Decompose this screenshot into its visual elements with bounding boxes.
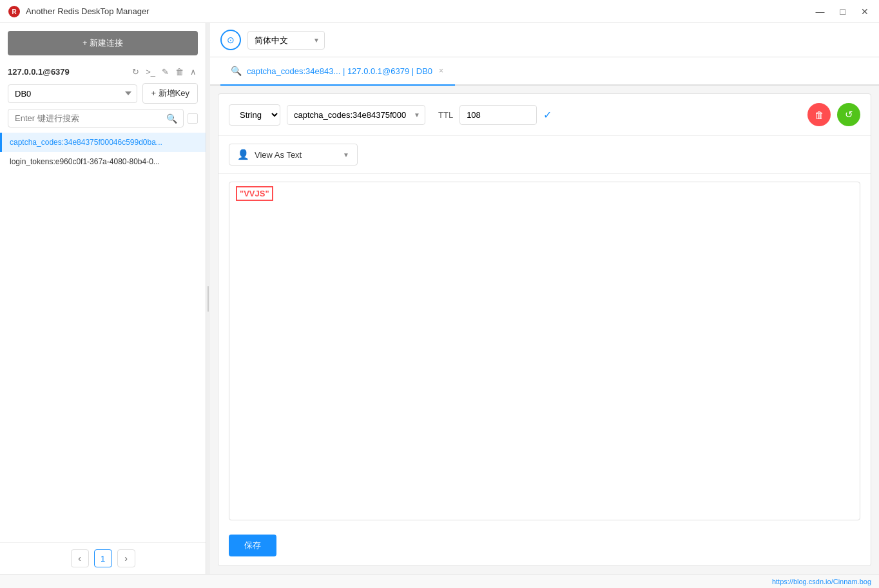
lang-circle-button[interactable]: ⊙ [220,30,241,50]
search-row: 🔍 [0,109,206,133]
next-page-button[interactable]: › [117,549,135,567]
db-select[interactable]: DB0 DB1 DB2 [8,84,137,103]
tab-bar: 🔍 captcha_codes:34e843... | 127.0.0.1@63… [210,57,879,86]
key-name-select[interactable]: captcha_codes:34e84375f000 [287,105,425,125]
view-as-chevron-icon: ▼ [343,151,349,158]
pagination: ‹ 1 › [0,542,206,574]
tab-label: captcha_codes:34e843... | 127.0.0.1@6379… [247,66,432,76]
value-display: "VVJS" [229,182,860,205]
type-select-wrap: String Hash List Set [229,104,280,126]
connection-header: 127.0.0.1@6379 ↻ >_ ✎ 🗑 ∧ [0,63,206,83]
save-row: 保存 [218,528,871,565]
content-area: ⊙ 简体中文 English 繁體中文 ▼ 🔍 captcha_codes:34… [210,23,879,574]
value-container: "VVJS" [229,182,860,520]
current-page: 1 [94,549,112,567]
new-connection-button[interactable]: + 新建连接 [8,31,198,55]
collapse-button[interactable]: ∧ [189,66,198,78]
view-as-icon: 👤 [237,149,249,160]
view-as-select[interactable]: 👤 View As Text ▼ [229,144,358,166]
reload-connection-button[interactable]: ↻ [131,66,140,78]
list-item[interactable]: login_tokens:e960c0f1-367a-4080-80b4-0..… [0,152,206,171]
titlebar-left: R Another Redis DeskTop Manager [8,5,150,18]
ttl-label: TTL [438,110,453,120]
ttl-confirm-button[interactable]: ✓ [543,109,552,121]
search-icon: 🔍 [166,113,177,124]
titlebar-controls: — □ ✕ [813,5,871,19]
statusbar: https://blog.csdn.io/Cinnam.bog [0,574,879,588]
view-row: 👤 View As Text ▼ [218,136,871,174]
tab-close-button[interactable]: × [438,65,445,77]
view-as-label: View As Text [255,150,338,160]
tab-search-icon: 🔍 [231,66,242,76]
ttl-input[interactable] [459,105,537,125]
maximize-button[interactable]: □ [838,5,848,19]
key-name-select-wrap: captcha_codes:34e84375f000 ▼ [287,105,425,125]
top-toolbar: ⊙ 简体中文 English 繁體中文 ▼ [210,23,879,57]
value-highlighted-text: "VVJS" [236,186,273,201]
minimize-button[interactable]: — [813,5,827,19]
svg-text:R: R [12,8,17,15]
main-layout: + 新建连接 127.0.0.1@6379 ↻ >_ ✎ 🗑 ∧ DB0 DB1… [0,23,879,574]
lang-select[interactable]: 简体中文 English 繁體中文 [247,31,325,50]
connection-actions: ↻ >_ ✎ 🗑 ∧ [131,66,198,78]
key-list: captcha_codes:34e84375f00046c599d0ba... … [0,133,206,542]
search-checkbox[interactable] [188,113,198,124]
connection-name: 127.0.0.1@6379 [8,67,70,77]
statusbar-url: https://blog.csdn.io/Cinnam.bog [772,578,871,585]
save-button[interactable]: 保存 [229,535,276,556]
key-meta-row: String Hash List Set captcha_codes:34e84… [218,94,871,136]
tab-item[interactable]: 🔍 captcha_codes:34e843... | 127.0.0.1@63… [220,57,455,86]
search-input[interactable] [8,109,184,128]
edit-connection-button[interactable]: ✎ [160,66,170,78]
delete-connection-button[interactable]: 🗑 [174,66,185,78]
add-key-button[interactable]: + 新增Key [142,83,198,104]
titlebar: R Another Redis DeskTop Manager — □ ✕ [0,0,879,23]
terminal-button[interactable]: >_ [144,66,157,78]
delete-key-button[interactable]: 🗑 [807,103,831,126]
list-item[interactable]: captcha_codes:34e84375f00046c599d0ba... [0,133,206,152]
sidebar: + 新建连接 127.0.0.1@6379 ↻ >_ ✎ 🗑 ∧ DB0 DB1… [0,23,206,574]
value-area: "VVJS" [218,174,871,528]
app-title: Another Redis DeskTop Manager [26,6,150,16]
key-detail-panel: String Hash List Set captcha_codes:34e84… [218,93,871,566]
refresh-key-button[interactable]: ↺ [837,103,860,126]
prev-page-button[interactable]: ‹ [71,549,89,567]
lang-select-wrap: 简体中文 English 繁體中文 ▼ [247,31,325,50]
close-button[interactable]: ✕ [858,5,871,19]
app-logo: R [8,5,21,18]
db-row: DB0 DB1 DB2 + 新增Key [0,83,206,109]
type-select[interactable]: String Hash List Set [229,104,280,126]
